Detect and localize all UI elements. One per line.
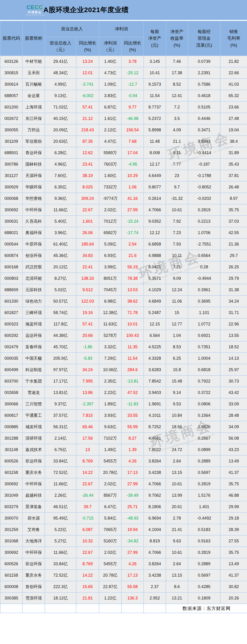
cell-margin: 38.4: [220, 136, 247, 147]
cell-margin: 37.81: [220, 170, 247, 181]
cell-stock-name: 艾布鲁: [23, 524, 45, 535]
cell-margin: 34.09: [220, 421, 247, 432]
cell-ocf: 0.3471: [188, 124, 220, 136]
cell-revenue-growth: 17.56: [76, 432, 99, 444]
cell-revenue: 61.40亿: [45, 238, 76, 250]
logo-name-en: China Environment Chamber of Commerce: [25, 14, 45, 16]
table-row: 301109军信股份20.63亿87.354.47亿7.6811.4821.13…: [0, 136, 247, 147]
table-row: 300815玉禾田48.34亿12.014.73亿-25.1210.4117.3…: [0, 67, 247, 78]
cell-stock-name: 科达制造: [23, 364, 45, 376]
cell-profit: 5160万: [99, 535, 121, 547]
cell-bps: 4.5225: [144, 341, 166, 352]
cell-ocf: -0.8052: [188, 181, 220, 193]
cell-revenue: 50.57亿: [45, 296, 76, 307]
table-row: 300385雪浪环境18.12亿21.811.22亿136.32.95213.2…: [0, 592, 247, 604]
cell-ocf: 1.5176: [188, 490, 220, 501]
cell-ocf: 0.2889: [188, 455, 220, 467]
cell-ocf: 0.7351: [188, 341, 220, 352]
cell-stock-name: 天源环保: [23, 170, 45, 181]
cell-profit-growth: 7.68: [121, 136, 144, 147]
cell-revenue-growth: -2.397: [76, 398, 99, 410]
cell-ocf: 0.2819: [188, 204, 220, 216]
cell-profit-growth: 78.38: [121, 273, 144, 284]
cell-roe: -: [166, 432, 188, 444]
cell-revenue: 4.96亿: [45, 158, 76, 170]
cell-stock-name: 中材节能: [23, 56, 45, 67]
cell-margin: 41.03: [220, 78, 247, 90]
table-row: 600168武汉控股20.12亿22.413.99亿56.198.04217.2…: [0, 261, 247, 273]
cell-margin: 14.13: [220, 352, 247, 364]
cell-revenue-growth: 1.601: [76, 216, 99, 227]
cell-stock-name: 雪迪龙: [23, 387, 45, 398]
cell-ocf: 0.0806: [188, 398, 220, 410]
cell-stock-code: 002479: [0, 341, 23, 352]
cell-profit: 2.12亿: [99, 124, 121, 136]
cell-roe: 7.77: [166, 158, 188, 170]
cell-stock-code: 600168: [0, 261, 23, 273]
cell-roe: 13.21: [166, 592, 188, 604]
cell-profit: 1.49亿: [99, 444, 121, 455]
cell-ocf: 0.1564: [188, 410, 220, 421]
table-row: 300631久吾高科5.40亿1.6017012万-15.249.03527.9…: [0, 216, 247, 227]
table-row: 301148嘉戎技术6.75亿131.49亿1.397.802224.720.0…: [0, 444, 247, 455]
cell-profit-growth: 55.58: [121, 581, 144, 592]
table-row: 002672东江环保40.15亿21.121.61亿-46.985.23723.…: [0, 113, 247, 124]
cell-revenue-growth: 21.81: [76, 592, 99, 604]
table-row: 601200上海环境71.02亿57.416.87亿9.778.77377.20…: [0, 102, 247, 113]
cell-profit: 1.09亿: [99, 78, 121, 90]
cell-stock-code: 601330: [0, 296, 23, 307]
cell-stock-name: 中环环保: [23, 204, 45, 216]
cell-profit: 7332万: [99, 181, 121, 193]
cell-roe: 12.41: [166, 90, 188, 102]
cell-profit-growth: -13.81: [121, 376, 144, 387]
cell-profit-growth: -39.49: [121, 490, 144, 501]
cell-revenue: 6.28亿: [45, 147, 76, 158]
cell-profit: 7012万: [99, 216, 121, 227]
cell-profit: 6.87亿: [99, 102, 121, 113]
cell-bps: 8.7252: [144, 421, 166, 432]
table-row: 301127天源环保7.60亿38.191.60亿10.294.644923-0…: [0, 170, 247, 181]
cell-revenue: 9.36亿: [45, 193, 76, 204]
cell-profit-growth: 10.01: [121, 318, 144, 330]
logo-acronym: CECC: [27, 4, 43, 10]
table-row: 688057金达莱9.13亿-6.0023.83亿-0.9411.5412.41…: [0, 90, 247, 102]
cell-profit: 7.29亿: [99, 352, 121, 364]
table-row: 601158重庆水务72.52亿14.2220.78亿17.133.423813…: [0, 570, 247, 581]
cell-ocf: 0.3961: [188, 284, 220, 296]
cell-stock-code: 603700: [0, 376, 23, 387]
table-row: 300614百川畅银4.99亿-3.7411.09亿-12.79.15738.5…: [0, 78, 247, 90]
cell-profit-growth: -25.12: [121, 67, 144, 78]
cell-revenue: 71.02亿: [45, 102, 76, 113]
cell-revenue: 5.22亿: [45, 524, 76, 535]
cell-bps: 4.3328: [144, 352, 166, 364]
cell-ocf: -0.4492: [188, 512, 220, 524]
cell-roe: 9.63: [166, 535, 188, 547]
cell-profit-growth: 27.99: [121, 478, 144, 490]
cell-revenue: 9.13亿: [45, 90, 76, 102]
cell-ocf: 0.7922: [188, 376, 220, 387]
cell-revenue: 40.15亿: [45, 113, 76, 124]
col-header-bps: 每股 净资产 (元): [144, 21, 166, 56]
cell-margin: 18.52: [220, 341, 247, 352]
cell-profit: 4.47亿: [99, 136, 121, 147]
cell-revenue: 33.84亿: [45, 558, 76, 570]
cell-stock-name: 中环环保: [23, 478, 45, 490]
cell-revenue-growth: 65.46: [76, 421, 99, 432]
cell-profit: 2.02亿: [99, 547, 121, 558]
table-row: 300070碧水源95.49亿-0.7155.84亿-48.936.96942.…: [0, 512, 247, 524]
table-row: 000885城发环境56.31亿65.469.63亿55.998.725218.…: [0, 421, 247, 432]
cell-roe: 12.77: [166, 318, 188, 330]
col-header-margin: 销售 毛利率 (%): [220, 21, 247, 56]
cell-bps: 8.819: [144, 535, 166, 547]
cell-bps: 4.9888: [144, 250, 166, 261]
cell-stock-code: 601158: [0, 467, 23, 478]
table-row: 000068华控赛格9.36亿309.24-9774万41.160.2614-3…: [0, 193, 247, 204]
cell-ocf: 0.6564: [188, 250, 220, 261]
cell-bps: 0.2614: [144, 193, 166, 204]
cell-profit: 6582万: [99, 227, 121, 238]
table-row: 301049超越科技2.26亿-26.448567万-39.499.706213…: [0, 490, 247, 501]
cell-revenue-growth: 19.16: [76, 307, 99, 318]
table-row: 603279景津装备46.51亿39.76.47亿25.718.180620.6…: [0, 501, 247, 512]
cell-stock-code: 000544: [0, 238, 23, 250]
cell-stock-name: 三川智慧: [23, 398, 45, 410]
